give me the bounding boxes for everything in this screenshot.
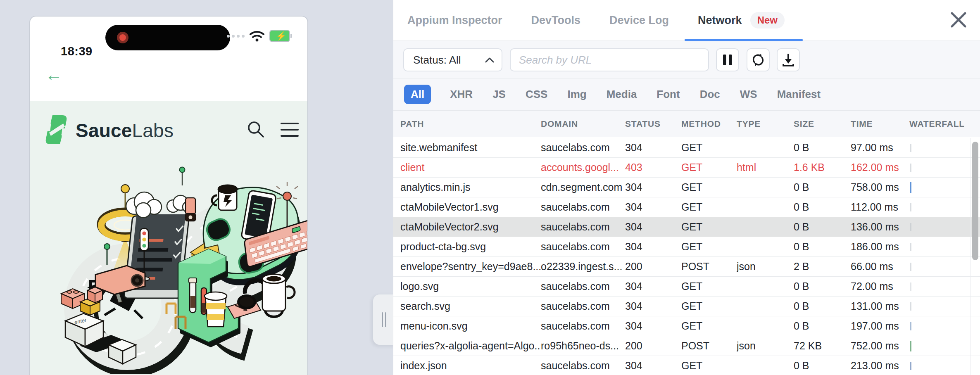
- cell-method: GET: [681, 217, 737, 237]
- table-row[interactable]: menu-icon.svg saucelabs.com 304 GET 0 B …: [393, 316, 980, 336]
- devtools-tab[interactable]: Network New: [698, 0, 785, 40]
- table-row[interactable]: envelope?sentry_key=d9ae8... o22339.inge…: [393, 257, 980, 277]
- table-row[interactable]: ctaMobileVector2.svg saucelabs.com 304 G…: [393, 217, 980, 237]
- cell-waterfall: [909, 138, 980, 157]
- type-filter[interactable]: Manifest: [776, 85, 821, 104]
- cell-type: json: [737, 336, 794, 356]
- column-header[interactable]: DOMAIN: [541, 119, 625, 129]
- status-icons: ⚡: [227, 30, 290, 42]
- cell-type: [737, 138, 794, 157]
- cell-time: 72.00 ms: [851, 277, 909, 296]
- column-header[interactable]: PATH: [400, 119, 541, 129]
- cell-path: client: [400, 158, 541, 177]
- table-row[interactable]: product-cta-bg.svg saucelabs.com 304 GET…: [393, 237, 980, 257]
- table-row[interactable]: search.svg saucelabs.com 304 GET 0 B 131…: [393, 297, 980, 316]
- cell-domain: saucelabs.com: [541, 277, 625, 296]
- cell-path: menu-icon.svg: [400, 316, 541, 336]
- column-header[interactable]: METHOD: [681, 119, 737, 129]
- cell-time: 752.00 ms: [851, 336, 909, 356]
- cell-status: 304: [625, 197, 681, 217]
- cell-waterfall: [909, 197, 980, 217]
- hamburger-menu-icon[interactable]: [281, 123, 299, 137]
- cell-status: 304: [625, 138, 681, 157]
- cell-time: 186.00 ms: [851, 237, 909, 256]
- column-header[interactable]: SIZE: [794, 119, 851, 129]
- cell-path: envelope?sentry_key=d9ae8...: [400, 257, 541, 276]
- close-icon[interactable]: [949, 10, 968, 30]
- cell-status: 304: [625, 297, 681, 316]
- cell-time: 758.00 ms: [851, 178, 909, 197]
- table-row[interactable]: index.json saucelabs.com 304 GET 0 B 213…: [393, 356, 980, 375]
- type-filter[interactable]: Media: [606, 85, 638, 104]
- devtools-tab[interactable]: Device Log: [609, 0, 669, 40]
- cell-path: site.webmanifest: [400, 138, 541, 157]
- type-filter[interactable]: All: [404, 85, 431, 104]
- table-row[interactable]: analytics.min.js cdn.segment.com 304 GET…: [393, 178, 980, 197]
- table-row[interactable]: site.webmanifest saucelabs.com 304 GET 0…: [393, 138, 980, 158]
- panel-resize-handle[interactable]: [373, 294, 395, 345]
- cell-domain: ro95h65neo-ds...: [541, 336, 625, 356]
- cell-status: 403: [625, 158, 681, 177]
- type-filter[interactable]: CSS: [525, 85, 548, 104]
- cell-path: index.json: [400, 356, 541, 375]
- cell-method: GET: [681, 178, 737, 197]
- cell-domain: saucelabs.com: [541, 316, 625, 336]
- cell-status: 304: [625, 178, 681, 197]
- cell-path: analytics.min.js: [400, 178, 541, 197]
- type-filter[interactable]: Img: [566, 85, 587, 104]
- cell-method: GET: [681, 158, 737, 177]
- pause-button[interactable]: [716, 48, 739, 71]
- cell-domain: saucelabs.com: [541, 197, 625, 217]
- status-filter-dropdown[interactable]: Status: All: [403, 48, 502, 71]
- cell-size: 0 B: [794, 178, 851, 197]
- scrollbar-thumb[interactable]: [972, 142, 978, 260]
- waterfall-tick: [910, 223, 911, 231]
- download-button[interactable]: [777, 48, 800, 71]
- devtools-tab[interactable]: DevTools: [531, 0, 581, 40]
- type-filter[interactable]: XHR: [449, 85, 473, 104]
- back-arrow-icon[interactable]: ←: [45, 66, 62, 83]
- waterfall-tick: [910, 144, 911, 152]
- type-filter[interactable]: Font: [656, 85, 680, 104]
- saucelabs-road-illustration: enter: [30, 163, 308, 374]
- cell-method: POST: [681, 257, 737, 276]
- scrollbar-divider: [970, 138, 970, 375]
- request-table: site.webmanifest saucelabs.com 304 GET 0…: [393, 138, 980, 375]
- table-row[interactable]: client accounts.googl... 403 GET html 1.…: [393, 158, 980, 178]
- cell-size: 0 B: [794, 356, 851, 375]
- column-header[interactable]: TYPE: [737, 119, 794, 129]
- column-header[interactable]: TIME: [851, 119, 909, 129]
- cell-status: 200: [625, 257, 681, 276]
- url-search-input[interactable]: [510, 48, 709, 71]
- cell-time: 97.00 ms: [851, 138, 909, 157]
- search-icon[interactable]: [247, 120, 265, 138]
- cell-waterfall: [909, 158, 980, 177]
- cell-status: 304: [625, 277, 681, 296]
- refresh-button[interactable]: [747, 48, 770, 71]
- waterfall-tick: [910, 282, 911, 291]
- cell-size: 0 B: [794, 197, 851, 217]
- phone-screen[interactable]: 18:39 ⚡ ←: [29, 16, 308, 375]
- table-row[interactable]: ctaMobileVector1.svg saucelabs.com 304 G…: [393, 197, 980, 217]
- cell-size: 0 B: [794, 297, 851, 316]
- table-header: PATH DOMAIN STATUS METHOD TYPE SIZE TIME…: [393, 111, 980, 137]
- type-filter[interactable]: WS: [739, 85, 758, 104]
- devtools-tab[interactable]: Appium Inspector: [407, 0, 502, 40]
- cell-path: search.svg: [400, 297, 541, 316]
- waterfall-tick: [910, 362, 911, 370]
- column-header[interactable]: WATERFALL: [909, 119, 980, 129]
- type-filter[interactable]: Doc: [699, 85, 721, 104]
- cell-size: 2 B: [794, 257, 851, 276]
- cell-path: ctaMobileVector1.svg: [400, 197, 541, 217]
- type-filter[interactable]: JS: [492, 85, 507, 104]
- type-filter-bar: All XHR JS CSS Img Media: [393, 78, 980, 111]
- table-row[interactable]: queries?x-algolia-agent=Algo... ro95h65n…: [393, 336, 980, 356]
- cell-method: GET: [681, 356, 737, 375]
- column-header[interactable]: STATUS: [625, 119, 681, 129]
- cell-waterfall: [909, 257, 980, 276]
- cell-time: 162.00 ms: [851, 158, 909, 177]
- cell-type: [737, 277, 794, 296]
- download-icon: [782, 52, 795, 67]
- table-row[interactable]: logo.svg saucelabs.com 304 GET 0 B 72.00…: [393, 277, 980, 297]
- wifi-icon: [250, 30, 264, 42]
